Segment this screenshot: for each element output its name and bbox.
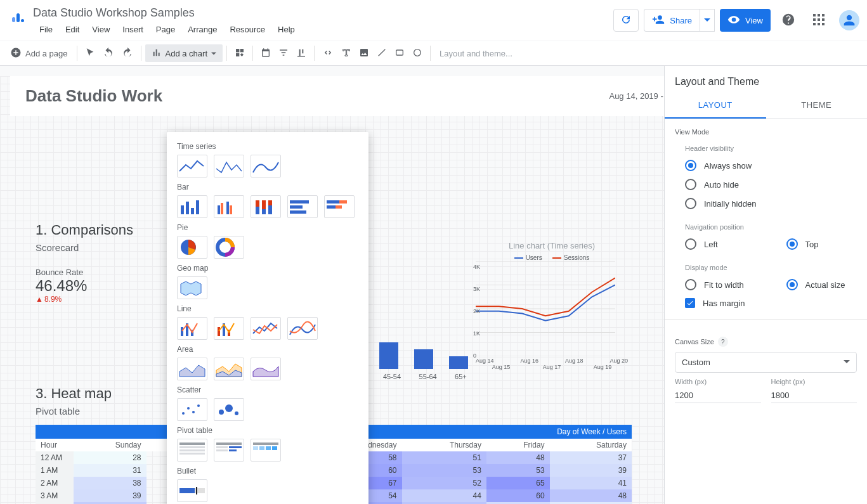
check-has-margin[interactable]: Has margin: [665, 294, 867, 312]
radio-nav-top[interactable]: Top: [766, 235, 868, 254]
select-tool[interactable]: [81, 44, 99, 62]
community-viz-button[interactable]: [231, 44, 249, 62]
svg-rect-42: [336, 205, 342, 209]
menu-insert[interactable]: Insert: [116, 22, 150, 37]
line-chart-time-series[interactable]: Line chart (Time series) Users Sessions …: [476, 241, 628, 387]
redo-button[interactable]: [118, 44, 137, 62]
menu-help[interactable]: Help: [271, 22, 301, 37]
radio-auto-hide[interactable]: Auto hide: [665, 175, 867, 194]
svg-rect-0: [12, 17, 15, 22]
rectangle-icon: [394, 48, 405, 60]
view-button[interactable]: View: [720, 9, 771, 32]
chart-thumb[interactable]: [177, 479, 207, 502]
chart-thumb[interactable]: [214, 155, 244, 178]
radio-nav-left[interactable]: Left: [665, 235, 766, 254]
radio-always-show[interactable]: Always show: [665, 156, 867, 175]
chart-thumb[interactable]: [177, 236, 207, 259]
menubar: File Edit View Insert Page Arrange Resou…: [33, 21, 613, 37]
menu-arrange[interactable]: Arrange: [181, 22, 223, 37]
chart-thumb[interactable]: [177, 398, 207, 421]
width-input[interactable]: 1200: [675, 388, 761, 403]
doc-title[interactable]: Data Studio Workshop Samples: [33, 4, 613, 21]
scorecard-delta: ▲ 8.9%: [36, 295, 87, 304]
data-control[interactable]: [292, 44, 310, 62]
circle-button[interactable]: [408, 44, 426, 62]
add-chart-label: Add a chart: [166, 49, 208, 58]
chart-thumb[interactable]: [287, 195, 318, 218]
chart-thumb[interactable]: [214, 398, 244, 421]
chart-thumb[interactable]: [177, 195, 207, 218]
url-embed-button[interactable]: [318, 44, 337, 62]
chart-thumb[interactable]: [251, 195, 281, 218]
share-label: Share: [670, 16, 692, 25]
chart-thumb[interactable]: [214, 317, 244, 340]
date-range-control[interactable]: [257, 44, 275, 62]
menu-file[interactable]: File: [33, 22, 59, 37]
height-input[interactable]: 1800: [771, 388, 857, 403]
date-range-picker[interactable]: Aug 14, 2019 - Aug 20, 2019: [609, 91, 664, 101]
refresh-button[interactable]: [613, 9, 639, 32]
panel-title: Layout and Theme: [665, 66, 867, 93]
svg-rect-35: [268, 200, 272, 205]
text-button[interactable]: [337, 44, 355, 62]
chart-thumb[interactable]: [177, 155, 207, 178]
layout-theme-input[interactable]: Layout and theme...: [434, 49, 862, 58]
chart-thumb[interactable]: [177, 317, 207, 340]
chart-thumb[interactable]: [177, 358, 207, 380]
svg-rect-64: [229, 446, 242, 448]
chart-thumb[interactable]: [214, 439, 244, 462]
svg-point-56: [225, 404, 233, 412]
cursor-icon: [85, 48, 95, 60]
add-page-button[interactable]: Add a page: [5, 47, 73, 60]
bar-chart-icon: [152, 48, 162, 60]
chart-thumb[interactable]: [251, 439, 281, 462]
svg-rect-7: [818, 18, 820, 21]
chart-thumb[interactable]: [287, 317, 318, 340]
chart-thumb[interactable]: [324, 195, 355, 218]
radio-initially-hidden[interactable]: Initially hidden: [665, 194, 867, 213]
svg-rect-41: [327, 205, 336, 209]
chart-thumb[interactable]: [251, 155, 281, 178]
chart-thumb[interactable]: [177, 276, 207, 299]
svg-point-52: [187, 407, 190, 410]
chart-thumb[interactable]: [214, 236, 244, 259]
svg-rect-73: [179, 488, 195, 493]
scorecard-bounce-rate[interactable]: Bounce Rate 46.48% ▲ 8.9%: [36, 268, 87, 304]
svg-rect-22: [181, 205, 184, 214]
chart-thumb[interactable]: [251, 317, 281, 340]
canvas-size-select[interactable]: Custom: [675, 352, 857, 373]
image-button[interactable]: [355, 44, 373, 62]
rectangle-button[interactable]: [391, 44, 408, 62]
account-avatar[interactable]: [837, 8, 862, 33]
filter-control[interactable]: [275, 44, 292, 62]
chart-thumb[interactable]: [251, 358, 281, 380]
radio-fit-width[interactable]: Fit to width: [665, 275, 766, 294]
display-mode-label: Display mode: [665, 260, 867, 275]
caret-down-icon: [704, 16, 710, 25]
menu-page[interactable]: Page: [150, 22, 181, 37]
chart-thumb[interactable]: [214, 358, 244, 380]
menu-view[interactable]: View: [86, 22, 116, 37]
app-logo[interactable]: [5, 4, 30, 29]
line-shape-button[interactable]: [373, 44, 391, 62]
share-button[interactable]: Share: [644, 9, 700, 32]
share-dropdown[interactable]: [700, 9, 715, 32]
scorecard-label: Bounce Rate: [36, 268, 87, 277]
apps-button[interactable]: [806, 8, 831, 33]
filter-icon: [278, 48, 289, 60]
tab-layout[interactable]: LAYOUT: [665, 93, 766, 119]
header-vis-label: Header visibility: [665, 141, 867, 156]
help-icon[interactable]: ?: [718, 337, 728, 347]
chart-thumb[interactable]: [177, 439, 207, 462]
menu-resource[interactable]: Resource: [223, 22, 271, 37]
chart-thumb[interactable]: [214, 195, 244, 218]
svg-rect-68: [253, 446, 258, 450]
add-chart-button[interactable]: Add a chart: [145, 44, 223, 62]
undo-button[interactable]: [99, 44, 118, 62]
tab-theme[interactable]: THEME: [766, 93, 868, 119]
svg-point-51: [182, 412, 185, 415]
menu-edit[interactable]: Edit: [59, 22, 86, 37]
help-button[interactable]: [776, 8, 801, 33]
add-chart-dropdown[interactable]: Time seriesBarPieGeo mapLineAreaScatterP…: [167, 132, 368, 504]
radio-actual-size[interactable]: Actual size: [766, 275, 868, 294]
